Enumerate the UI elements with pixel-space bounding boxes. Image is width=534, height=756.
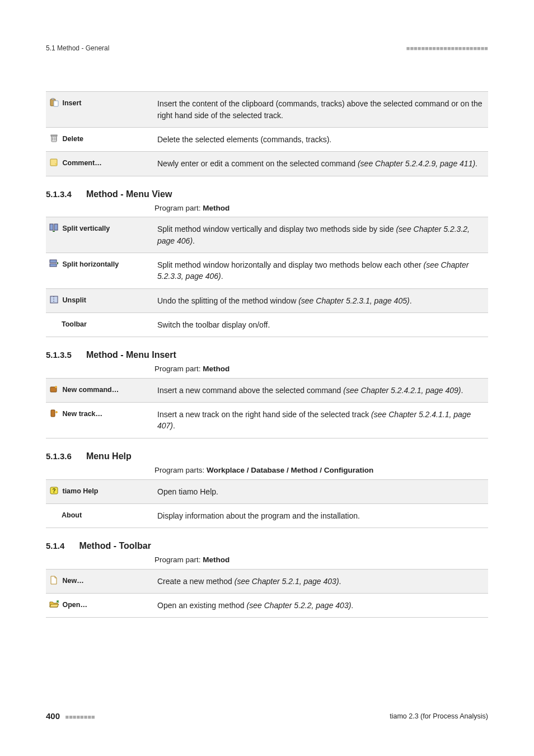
row-new-track: New track… [46,403,154,438]
svg-rect-8 [50,159,57,166]
comment-desc: Newly enter or edit a comment on the sel… [154,152,488,176]
row-open: Open… [46,594,154,618]
text: Program part: [154,204,203,212]
program-part-view: Program part: Method [154,203,488,214]
row-split-horizontal: Split horizontally [46,253,154,288]
header-dots: ■■■■■■■■■■■■■■■■■■■■■■ [406,44,488,53]
row-insert: Insert [46,92,154,128]
footer-dots: ■■■■■■■■ [65,713,95,720]
row-comment: Comment… [46,152,154,176]
program-part-help: Program parts: Workplace / Database / Me… [154,465,488,476]
reference-text: (see Chapter 5.2.4.2.9, page 411) [358,159,475,168]
new-label: New… [62,577,83,585]
text: Method [203,556,229,564]
text: Method [203,204,229,212]
text: Program part: [154,556,203,564]
row-toolbar: Toolbar [46,312,154,337]
open-folder-icon [49,600,59,609]
note-icon [49,158,59,167]
text: Insert a new track on the right hand sid… [157,410,371,419]
svg-rect-11 [54,224,58,230]
menu-insert-table: New command… Insert a new command above … [46,378,488,438]
open-desc: Open an existing method (see Chapter 5.2… [154,594,488,618]
nc-label: New command… [62,386,119,394]
text: Open an existing method [157,601,247,610]
help-label: tiamo Help [62,487,98,495]
help-desc: Open tiamo Help. [154,479,488,503]
paste-icon [49,98,59,107]
text: . [221,272,223,281]
sv-label: Split vertically [62,225,110,232]
page-number: 400 [46,711,60,721]
text: . [193,236,195,245]
split-vertical-icon [49,223,59,232]
svg-rect-10 [50,224,53,230]
text: . [173,421,175,430]
text: Newly enter or edit a comment on the sel… [157,159,358,168]
method-toolbar-table: New… Create a new method (see Chapter 5.… [46,569,488,618]
reference-text: (see Chapter 5.2.1, page 403) [235,577,339,586]
sh-desc: Split method window horizontally and dis… [154,253,488,288]
row-new-command: New command… [46,378,154,402]
unsplit-desc: Undo the splitting of the method window … [154,288,488,312]
text: . [475,159,477,168]
text: Method [203,365,229,373]
text: Create a new method [157,577,235,586]
row-new: New… [46,569,154,593]
text: . [410,296,412,305]
header-section: 5.1 Method - General [46,44,109,53]
program-part-insert: Program part: Method [154,363,488,375]
row-unsplit: Unsplit [46,288,154,312]
text: Split method window vertically and displ… [157,225,396,234]
new-desc: Create a new method (see Chapter 5.2.1, … [154,569,488,593]
footer-left: 400 ■■■■■■■■ [46,710,95,722]
section-heading-toolbar: 5.1.4 Method - Toolbar [46,539,488,552]
page-footer: 400 ■■■■■■■■ tiamo 2.3 (for Process Anal… [46,710,488,722]
insert-desc: Insert the content of the clipboard (com… [154,92,488,128]
toolbar-label: Toolbar [62,320,87,328]
sv-desc: Split method window vertically and displ… [154,217,488,253]
about-desc: Display information about the program an… [154,503,488,528]
section-title: Method - Menu View [86,188,172,200]
unsplit-icon [49,295,59,304]
section-number: 5.1.3.6 [46,450,72,463]
about-label: About [62,511,82,519]
menu-help-table: ? tiamo Help Open tiamo Help. About Disp… [46,479,488,529]
text: Program parts: [154,466,207,474]
toolbar-desc: Switch the toolbar display on/off. [154,312,488,337]
help-icon: ? [49,486,59,495]
menu-edit-table: Insert Insert the content of the clipboa… [46,91,488,176]
row-about: About [46,503,154,528]
svg-text:?: ? [52,488,55,494]
section-number: 5.1.3.4 [46,188,72,200]
new-track-icon [49,409,59,418]
text: Workplace / Database / Method / Configur… [207,466,373,474]
text: . [351,601,353,610]
section-title: Method - Toolbar [79,539,151,552]
row-tiamo-help: ? tiamo Help [46,479,154,503]
text: . [461,386,463,395]
section-heading-help: 5.1.3.6 Menu Help [46,450,488,463]
new-file-icon [49,576,59,585]
text: Program part: [154,365,203,373]
section-number: 5.1.3.5 [46,349,72,361]
open-label: Open… [62,601,87,609]
delete-desc: Delete the selected elements (commands, … [154,127,488,151]
svg-rect-12 [50,260,57,263]
delete-label: Delete [62,135,83,143]
nt-desc: Insert a new track on the right hand sid… [154,403,488,438]
svg-rect-1 [52,98,54,100]
reference-text: (see Chapter 5.2.2, page 403) [247,601,352,610]
nc-desc: Insert a new command above the selected … [154,378,488,402]
text: Split method window horizontally and dis… [157,260,424,269]
new-command-icon [49,385,59,394]
text: Undo the splitting of the method window [157,296,298,305]
insert-label: Insert [62,99,81,107]
reference-text: (see Chapter 5.2.3.1, page 405) [298,296,409,305]
text: . [339,577,341,586]
section-title: Menu Help [86,450,132,463]
section-heading-insert: 5.1.3.5 Method - Menu Insert [46,348,488,361]
comment-label: Comment… [62,159,101,167]
running-header: 5.1 Method - General ■■■■■■■■■■■■■■■■■■■… [46,44,488,53]
trash-icon [49,134,59,143]
